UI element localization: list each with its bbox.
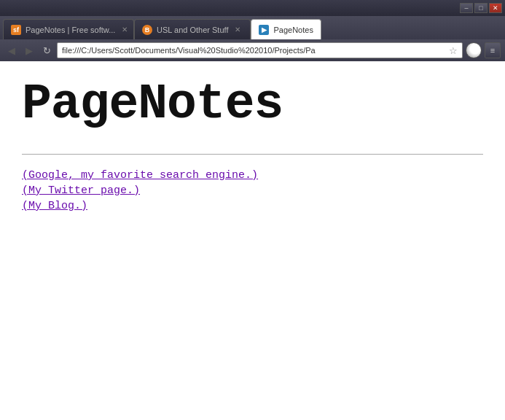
forward-button[interactable]: ▶ xyxy=(22,43,36,58)
link-google[interactable]: (Google, my favorite search engine.) xyxy=(22,169,483,182)
back-button[interactable]: ◀ xyxy=(4,43,19,58)
tab-favicon-sf: sf xyxy=(11,25,21,35)
links-section: (Google, my favorite search engine.) (My… xyxy=(22,169,483,212)
tab-usl[interactable]: B USL and Other Stuff ✕ xyxy=(134,19,251,39)
link-blog[interactable]: (My Blog.) xyxy=(22,200,483,212)
browser-window: – □ ✕ sf PageNotes | Free softw... ✕ B U… xyxy=(0,0,505,420)
minimize-button[interactable]: – xyxy=(460,3,473,13)
titlebar-controls: – □ ✕ xyxy=(460,3,502,13)
tab-close-sf[interactable]: ✕ xyxy=(120,25,130,35)
page-title: PageNotes xyxy=(22,76,483,132)
close-button[interactable]: ✕ xyxy=(489,3,502,13)
theme-toggle-button[interactable] xyxy=(466,42,482,58)
url-text: file:///C:/Users/Scott/Documents/Visual%… xyxy=(62,46,446,55)
tab-pagenotes-sf[interactable]: sf PageNotes | Free softw... ✕ xyxy=(3,19,134,39)
menu-button[interactable]: ≡ xyxy=(485,42,501,58)
bookmark-star-icon[interactable]: ☆ xyxy=(449,45,458,56)
tab-close-usl[interactable]: ✕ xyxy=(232,25,243,35)
link-twitter[interactable]: (My Twitter page.) xyxy=(22,184,483,197)
tab-label-pn: PageNotes xyxy=(273,26,313,34)
refresh-button[interactable]: ↻ xyxy=(39,43,54,58)
tab-pagenotes-active[interactable]: ▶ PageNotes xyxy=(251,19,321,39)
tab-label-sf: PageNotes | Free softw... xyxy=(26,26,115,34)
tab-label-usl: USL and Other Stuff xyxy=(157,26,228,34)
addressbar: ◀ ▶ ↻ file:///C:/Users/Scott/Documents/V… xyxy=(0,39,505,61)
tab-favicon-blogger: B xyxy=(142,25,152,35)
page-content: PageNotes (Google, my favorite search en… xyxy=(0,61,505,420)
tabbar: sf PageNotes | Free softw... ✕ B USL and… xyxy=(0,16,505,39)
divider xyxy=(22,154,483,155)
maximize-button[interactable]: □ xyxy=(474,3,488,13)
browser-content: PageNotes (Google, my favorite search en… xyxy=(0,61,505,420)
tab-favicon-pn: ▶ xyxy=(259,25,269,35)
titlebar: – □ ✕ xyxy=(0,0,505,16)
url-bar[interactable]: file:///C:/Users/Scott/Documents/Visual%… xyxy=(57,42,463,58)
